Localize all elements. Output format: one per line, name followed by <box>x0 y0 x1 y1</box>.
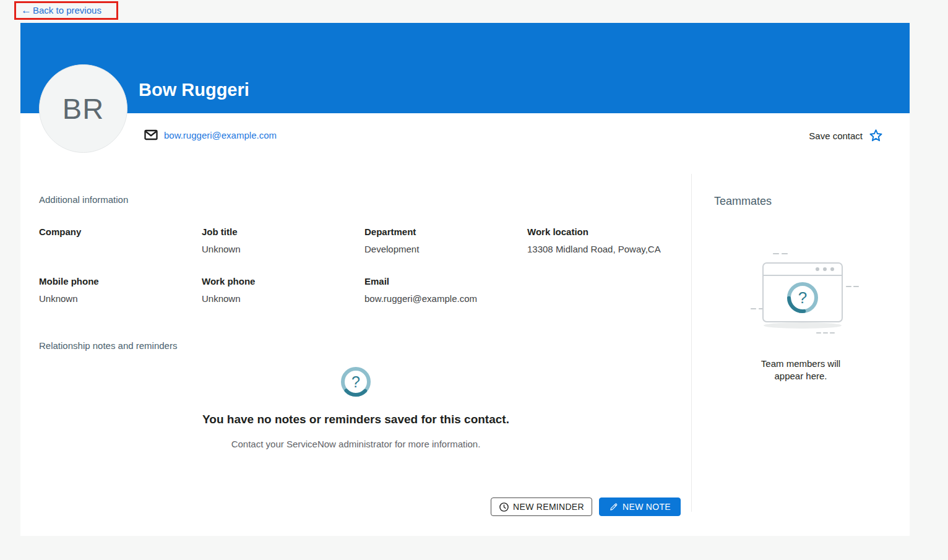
envelope-icon <box>144 129 158 140</box>
info-field-email: Email bow.ruggeri@example.com <box>364 276 527 325</box>
teammates-title: Teammates <box>714 195 772 208</box>
question-circle-icon: ? <box>339 365 373 398</box>
notes-empty-subtitle: Contact your ServiceNow administrator fo… <box>231 439 481 449</box>
notes-empty-title: You have no notes or reminders saved for… <box>202 413 509 426</box>
teammates-empty-illustration: ? <box>727 244 876 343</box>
contact-card: BR Bow Ruggeri bow.ruggeri@example.com S… <box>20 23 910 536</box>
annotation-highlight-box: ← Back to previous <box>14 1 118 20</box>
new-reminder-button[interactable]: NEW REMINDER <box>491 498 592 516</box>
info-field-job-title: Job title Unknown <box>202 226 364 276</box>
save-contact-button[interactable]: Save contact <box>809 128 884 143</box>
new-note-label: NEW NOTE <box>623 502 671 512</box>
contact-email-link[interactable]: bow.ruggeri@example.com <box>164 130 277 140</box>
contact-detail-page: ← Back to previous BR Bow Ruggeri bow.ru… <box>0 0 948 560</box>
svg-text:?: ? <box>351 373 360 390</box>
notes-section-title: Relationship notes and reminders <box>39 340 177 351</box>
info-field-company: Company <box>39 226 202 276</box>
info-field-work-location: Work location 13308 Midland Road, Poway,… <box>527 226 690 276</box>
new-note-button[interactable]: NEW NOTE <box>599 498 681 516</box>
clock-icon <box>499 502 509 512</box>
avatar: BR <box>39 64 127 153</box>
additional-info-grid: Company Job title Unknown Department Dev… <box>39 226 690 325</box>
contact-name: Bow Ruggeri <box>139 80 249 100</box>
info-field-department: Department Development <box>364 226 527 276</box>
teammates-empty-text: Team members will appear here. <box>692 358 910 382</box>
back-link-label: Back to previous <box>33 5 101 15</box>
avatar-initials: BR <box>62 92 104 126</box>
notes-empty-state: ? You have no notes or reminders saved f… <box>20 365 691 449</box>
new-reminder-label: NEW REMINDER <box>513 502 584 512</box>
save-contact-label: Save contact <box>809 131 863 141</box>
teammates-panel: Teammates ? <box>692 174 910 512</box>
svg-text:?: ? <box>798 288 807 307</box>
info-field-work-phone: Work phone Unknown <box>202 276 364 325</box>
info-field-mobile-phone: Mobile phone Unknown <box>39 276 202 325</box>
notes-action-buttons: NEW REMINDER NEW NOTE <box>491 498 681 516</box>
additional-info-title: Additional information <box>39 194 128 205</box>
back-to-previous-link[interactable]: ← Back to previous <box>21 5 101 15</box>
contact-email-row: bow.ruggeri@example.com <box>144 129 277 140</box>
star-icon <box>868 128 884 143</box>
left-arrow-icon: ← <box>21 6 32 15</box>
pencil-icon <box>609 502 619 512</box>
